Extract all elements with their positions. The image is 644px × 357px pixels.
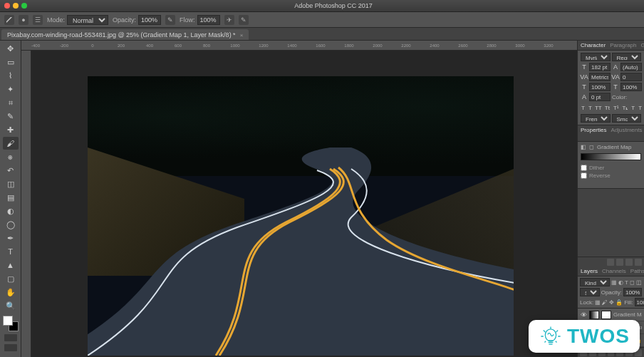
stamp-tool[interactable]: ⎈ (3, 150, 19, 163)
filter-adjust-icon[interactable]: ◐ (618, 279, 623, 286)
close-button[interactable] (4, 3, 10, 9)
gradient-picker[interactable] (581, 153, 641, 160)
brush-tool[interactable]: 🖌 (3, 137, 19, 150)
tool-preset-icon[interactable] (4, 15, 14, 25)
lock-trans-icon[interactable]: ▦ (595, 299, 601, 306)
reverse-checkbox[interactable] (581, 172, 587, 179)
delete-icon[interactable] (635, 259, 642, 266)
zoom-tool[interactable]: 🔍 (3, 299, 19, 312)
brush-panel-icon[interactable]: ☰ (33, 15, 43, 25)
tab-properties[interactable]: Properties (581, 127, 606, 140)
reset-icon[interactable] (625, 259, 633, 266)
healing-tool[interactable]: ✚ (3, 123, 19, 136)
dither-checkbox[interactable] (581, 165, 587, 171)
font-size-input[interactable] (589, 63, 611, 71)
filter-pixel-icon[interactable]: ▦ (611, 279, 617, 286)
language-select[interactable]: French: Canadian (581, 114, 611, 123)
layer-mask-thumb[interactable] (601, 311, 611, 319)
eyedropper-tool[interactable]: ✎ (3, 110, 19, 123)
tab-layers[interactable]: Layers (581, 268, 598, 274)
screenmode-toggle[interactable] (4, 344, 17, 351)
baseline-input[interactable] (589, 93, 611, 101)
doc-tabbar: Pixabay.com-winding-road-553481.jpg @ 25… (0, 28, 644, 41)
layer-filter-select[interactable]: Kind (580, 278, 610, 286)
lock-pixels-icon[interactable]: 🖌 (602, 299, 608, 306)
ruler-vertical[interactable] (21, 51, 31, 357)
minimize-button[interactable] (13, 3, 19, 9)
move-tool[interactable]: ✥ (3, 42, 19, 55)
history-brush-tool[interactable]: ↶ (3, 164, 19, 177)
filter-type-icon[interactable]: T (625, 279, 628, 286)
lasso-tool[interactable]: ⌇ (3, 69, 19, 82)
tab-glyphs[interactable]: Glyphs (640, 42, 644, 48)
font-family-select[interactable]: Myriad Pro (581, 53, 611, 61)
shape-tool[interactable]: ▢ (3, 272, 19, 285)
opacity-label: Opacity: (113, 16, 136, 24)
layer-name[interactable]: Gradient Map 1 (613, 311, 642, 318)
eraser-tool[interactable]: ◫ (3, 177, 19, 190)
tracking-input[interactable] (589, 73, 611, 81)
type-tool[interactable]: T (3, 245, 19, 258)
ruler-horizontal[interactable]: -400 -200 0 200 400 600 800 1000 1200 14… (21, 41, 577, 51)
blur-tool[interactable]: ◐ (3, 205, 19, 217)
faux-bold-icon[interactable]: T (581, 104, 586, 111)
smallcaps-icon[interactable]: Tt (604, 104, 611, 111)
tab-character[interactable]: Character (581, 42, 606, 48)
reverse-check[interactable]: Reverse (581, 172, 641, 179)
pressure-opacity-icon[interactable]: ✎ (165, 15, 175, 25)
blend-mode-select[interactable]: Normal (67, 15, 108, 25)
layer-thumb[interactable] (589, 311, 599, 319)
pen-tool[interactable]: ✒ (3, 232, 19, 244)
leading-input[interactable] (620, 63, 642, 71)
magic-wand-tool[interactable]: ✦ (3, 83, 19, 95)
ruler-tick: 600 (164, 43, 192, 48)
layer-blend-select[interactable]: Soft Light (580, 288, 600, 296)
main: ✥ ▭ ⌇ ✦ ⌗ ✎ ✚ 🖌 ⎈ ↶ ◫ ▤ ◐ ◯ ✒ T ▲ ▢ ✋ 🔍 (0, 41, 644, 357)
underline-icon[interactable]: T (630, 104, 635, 111)
faux-italic-icon[interactable]: T (588, 104, 593, 111)
doc-tab[interactable]: Pixabay.com-winding-road-553481.jpg @ 25… (1, 29, 249, 40)
layer-opacity-input[interactable] (623, 288, 642, 296)
tab-adjustments[interactable]: Adjustments (611, 127, 642, 140)
kerning-input[interactable] (620, 73, 642, 81)
antialias-select[interactable]: Smooth (612, 114, 642, 123)
document-canvas[interactable] (88, 76, 514, 356)
lock-pos-icon[interactable]: ✥ (609, 299, 614, 306)
hand-tool[interactable]: ✋ (3, 286, 19, 299)
brush-preset-icon[interactable]: ● (19, 15, 28, 25)
maximize-button[interactable] (21, 3, 27, 9)
crop-tool[interactable]: ⌗ (3, 96, 19, 109)
kerning-icon: VA (612, 73, 619, 81)
filter-shape-icon[interactable]: ◻ (630, 279, 635, 286)
close-tab-icon[interactable]: × (240, 32, 244, 38)
layer-fill-input[interactable] (635, 298, 644, 306)
ruler-tick: 200 (107, 43, 135, 48)
visibility-icon[interactable]: 👁 (580, 311, 587, 319)
airbrush-icon[interactable]: ✈ (224, 15, 234, 25)
tab-channels[interactable]: Channels (602, 268, 626, 274)
tab-paragraph[interactable]: Paragraph (610, 42, 636, 48)
lock-all-icon[interactable]: 🔒 (616, 299, 623, 306)
opacity-input[interactable] (138, 15, 161, 25)
dodge-tool[interactable]: ◯ (3, 218, 19, 231)
quickmask-toggle[interactable] (4, 334, 17, 341)
flow-input[interactable] (197, 15, 220, 25)
foreground-swatch[interactable] (3, 316, 13, 326)
font-style-select[interactable]: Regular (612, 53, 642, 61)
strike-icon[interactable]: T (638, 104, 643, 111)
gradient-tool[interactable]: ▤ (3, 191, 19, 204)
hscale-input[interactable] (620, 83, 642, 91)
clip-icon[interactable] (607, 259, 614, 266)
dither-check[interactable]: Dither (581, 165, 641, 171)
filter-smart-icon[interactable]: ◫ (636, 279, 642, 286)
color-swatches[interactable] (3, 316, 19, 331)
superscript-icon[interactable]: T¹ (613, 104, 620, 111)
pressure-size-icon[interactable]: ✎ (239, 15, 249, 25)
tab-paths[interactable]: Paths (630, 268, 644, 274)
vscale-input[interactable] (589, 83, 611, 91)
marquee-tool[interactable]: ▭ (3, 56, 19, 68)
prev-icon[interactable] (616, 259, 623, 266)
path-select-tool[interactable]: ▲ (3, 259, 19, 271)
allcaps-icon[interactable]: TT (595, 104, 602, 111)
subscript-icon[interactable]: T₁ (621, 104, 628, 111)
